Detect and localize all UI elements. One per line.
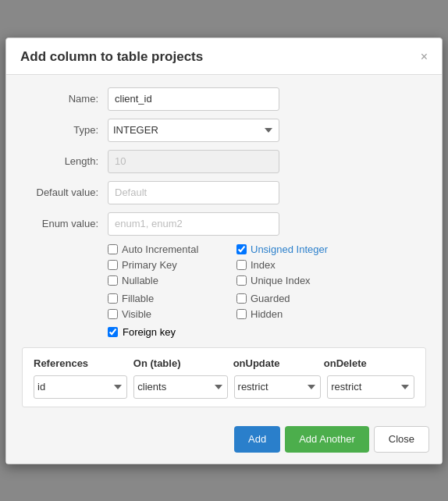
auto-incremental-label[interactable]: Auto Incremental: [122, 243, 198, 255]
references-select[interactable]: id: [34, 375, 127, 399]
default-label: Default value:: [22, 187, 108, 198]
default-value-row: Default value:: [22, 181, 426, 204]
fillable-checkbox[interactable]: [108, 293, 118, 304]
checkbox-grid: Auto Incremental Unsigned Integer Primar…: [108, 243, 357, 286]
hidden-checkbox[interactable]: [236, 309, 247, 319]
nullable-item: Nullable: [108, 275, 229, 286]
dialog-body: Name: Type: INTEGER VARCHAR TEXT BOOLEAN…: [6, 75, 442, 418]
add-button[interactable]: Add: [234, 426, 280, 453]
length-label: Length:: [22, 155, 108, 167]
foreign-key-row: Foreign key: [108, 326, 426, 338]
auto-incremental-checkbox[interactable]: [108, 244, 118, 254]
on-table-header: On (table): [133, 357, 233, 369]
close-icon[interactable]: ×: [421, 51, 428, 63]
fk-headers: References On (table) onUpdate onDelete: [34, 357, 414, 369]
unsigned-integer-label[interactable]: Unsigned Integer: [251, 243, 328, 255]
default-input[interactable]: [108, 181, 279, 204]
fk-section: References On (table) onUpdate onDelete …: [22, 347, 426, 407]
nullable-checkbox[interactable]: [108, 275, 118, 286]
fillable-item: Fillable: [108, 293, 229, 304]
dialog-footer: Add Add Another Close: [6, 418, 442, 464]
length-input[interactable]: [108, 150, 279, 173]
add-another-button[interactable]: Add Another: [285, 426, 369, 453]
enum-input[interactable]: [108, 212, 279, 236]
checkbox-grid-2: Fillable Guarded Visible Hidden: [108, 293, 357, 320]
enum-value-row: Enum value:: [22, 212, 426, 236]
hidden-item: Hidden: [236, 308, 357, 320]
fk-selects: id clients restrict cascade set null no …: [34, 375, 414, 399]
type-label: Type:: [22, 124, 108, 136]
type-row: Type: INTEGER VARCHAR TEXT BOOLEAN DATE …: [22, 119, 426, 142]
checkboxes-section: Auto Incremental Unsigned Integer Primar…: [108, 243, 426, 338]
foreign-key-checkbox[interactable]: [108, 327, 118, 337]
unique-index-checkbox[interactable]: [236, 275, 247, 286]
auto-incremental-item: Auto Incremental: [108, 243, 229, 255]
name-row: Name:: [22, 87, 426, 111]
dialog-title: Add column to table projects: [20, 49, 203, 65]
close-button[interactable]: Close: [374, 426, 429, 453]
visible-label[interactable]: Visible: [122, 308, 151, 320]
dialog-header: Add column to table projects ×: [6, 38, 442, 75]
enum-label: Enum value:: [22, 218, 108, 229]
unique-index-item: Unique Index: [236, 275, 357, 286]
on-update-select[interactable]: restrict cascade set null no action: [234, 375, 322, 399]
name-label: Name:: [22, 93, 108, 105]
length-row: Length:: [22, 150, 426, 173]
type-select[interactable]: INTEGER VARCHAR TEXT BOOLEAN DATE DATETI…: [108, 119, 279, 142]
on-update-header: onUpdate: [233, 357, 324, 369]
visible-checkbox[interactable]: [108, 309, 118, 319]
unique-index-label[interactable]: Unique Index: [251, 275, 311, 286]
unsigned-integer-item: Unsigned Integer: [236, 243, 357, 255]
primary-key-checkbox[interactable]: [108, 260, 118, 270]
add-column-dialog: Add column to table projects × Name: Typ…: [5, 37, 443, 464]
guarded-checkbox[interactable]: [236, 293, 247, 304]
guarded-label[interactable]: Guarded: [251, 293, 290, 304]
on-delete-select[interactable]: restrict cascade set null no action: [327, 375, 414, 399]
guarded-item: Guarded: [236, 293, 357, 304]
index-item: Index: [236, 259, 357, 271]
primary-key-item: Primary Key: [108, 259, 229, 271]
nullable-label[interactable]: Nullable: [122, 275, 158, 286]
visible-item: Visible: [108, 308, 229, 320]
index-checkbox[interactable]: [236, 260, 247, 270]
index-label[interactable]: Index: [251, 259, 276, 271]
fillable-label[interactable]: Fillable: [122, 293, 154, 304]
hidden-label[interactable]: Hidden: [251, 308, 283, 320]
on-delete-header: onDelete: [324, 357, 414, 369]
unsigned-integer-checkbox[interactable]: [236, 244, 247, 254]
primary-key-label[interactable]: Primary Key: [122, 259, 177, 271]
on-table-select[interactable]: clients: [133, 375, 227, 399]
references-header: References: [34, 357, 133, 369]
name-input[interactable]: [108, 87, 279, 111]
foreign-key-label[interactable]: Foreign key: [123, 326, 176, 338]
